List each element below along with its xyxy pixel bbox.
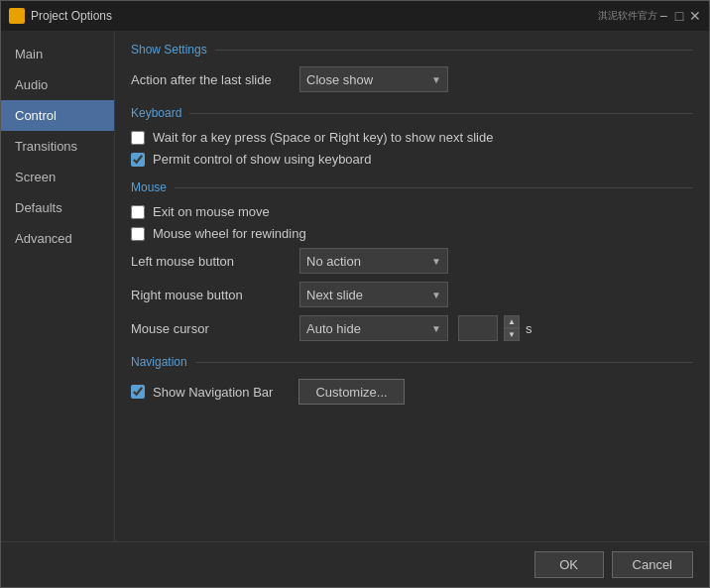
spinbox-up-button[interactable]: ▲ bbox=[504, 315, 520, 328]
navigation-section-title: Navigation bbox=[131, 355, 693, 369]
action-after-last-slide-label: Action after the last slide bbox=[131, 72, 290, 87]
action-after-last-slide-dropdown[interactable]: Close show ▼ bbox=[299, 66, 448, 92]
show-nav-bar-checkbox-row: Show Navigation Bar bbox=[131, 385, 273, 400]
right-mouse-button-row: Right mouse button Next slide ▼ bbox=[131, 282, 693, 307]
mouse-wheel-checkbox[interactable] bbox=[131, 227, 145, 241]
watermark-text: 淇泥软件官方 bbox=[598, 9, 657, 23]
show-nav-bar-row: Show Navigation Bar Customize... bbox=[131, 379, 693, 405]
main-panel: Show Settings Action after the last slid… bbox=[115, 31, 709, 541]
wait-key-press-label: Wait for a key press (Space or Right key… bbox=[153, 130, 493, 145]
wait-key-press-row: Wait for a key press (Space or Right key… bbox=[131, 130, 693, 145]
app-icon bbox=[9, 8, 25, 24]
left-mouse-button-dropdown[interactable]: No action ▼ bbox=[299, 248, 448, 274]
sidebar-item-screen[interactable]: Screen bbox=[1, 162, 114, 192]
dropdown-arrow-icon: ▼ bbox=[431, 74, 441, 85]
sidebar-item-transitions[interactable]: Transitions bbox=[1, 131, 114, 162]
right-mouse-button-label: Right mouse button bbox=[131, 288, 290, 302]
left-mouse-dropdown-arrow-icon: ▼ bbox=[431, 256, 441, 267]
show-nav-bar-checkbox[interactable] bbox=[131, 385, 145, 399]
spinbox-down-button[interactable]: ▼ bbox=[504, 328, 520, 341]
show-settings-section-title: Show Settings bbox=[131, 43, 693, 57]
show-nav-bar-label: Show Navigation Bar bbox=[153, 385, 273, 400]
keyboard-subsection: Wait for a key press (Space or Right key… bbox=[131, 130, 693, 167]
minimize-button[interactable]: − bbox=[657, 10, 669, 22]
footer: OK Cancel bbox=[1, 541, 709, 587]
mouse-cursor-label: Mouse cursor bbox=[131, 321, 290, 336]
cursor-timeout-spinbox-wrapper: 3 ▲ ▼ s bbox=[458, 315, 532, 341]
exit-on-mouse-move-label: Exit on mouse move bbox=[153, 204, 270, 219]
cursor-timeout-input[interactable]: 3 bbox=[458, 315, 498, 341]
sidebar: Main Audio Control Transitions Screen De… bbox=[1, 31, 115, 541]
mouse-cursor-dropdown-arrow-icon: ▼ bbox=[431, 323, 441, 334]
permit-control-label: Permit control of show using keyboard bbox=[153, 152, 371, 167]
right-mouse-dropdown-arrow-icon: ▼ bbox=[431, 290, 441, 300]
permit-control-checkbox[interactable] bbox=[131, 153, 145, 167]
project-options-window: Project Options 淇泥软件官方 − □ ✕ Main Audio … bbox=[0, 0, 710, 588]
right-mouse-button-dropdown[interactable]: Next slide ▼ bbox=[299, 282, 448, 307]
content-area: Main Audio Control Transitions Screen De… bbox=[1, 31, 709, 541]
left-mouse-button-row: Left mouse button No action ▼ bbox=[131, 248, 693, 274]
spinbox-buttons: ▲ ▼ bbox=[504, 315, 520, 341]
ok-button[interactable]: OK bbox=[534, 551, 604, 578]
wait-key-press-checkbox[interactable] bbox=[131, 131, 145, 145]
sidebar-item-audio[interactable]: Audio bbox=[1, 69, 114, 100]
sidebar-item-advanced[interactable]: Advanced bbox=[1, 223, 114, 254]
sidebar-item-main[interactable]: Main bbox=[1, 39, 114, 69]
left-mouse-button-label: Left mouse button bbox=[131, 254, 290, 269]
permit-control-row: Permit control of show using keyboard bbox=[131, 152, 693, 167]
exit-on-mouse-move-row: Exit on mouse move bbox=[131, 204, 693, 219]
show-settings-subsection: Action after the last slide Close show ▼ bbox=[131, 66, 693, 92]
mouse-wheel-row: Mouse wheel for rewinding bbox=[131, 226, 693, 241]
maximize-button[interactable]: □ bbox=[673, 10, 685, 22]
mouse-subsection: Exit on mouse move Mouse wheel for rewin… bbox=[131, 204, 693, 341]
window-controls: − □ ✕ bbox=[657, 10, 701, 22]
exit-on-mouse-move-checkbox[interactable] bbox=[131, 205, 145, 219]
cursor-timeout-unit: s bbox=[526, 321, 532, 336]
mouse-section-title: Mouse bbox=[131, 180, 693, 194]
close-button[interactable]: ✕ bbox=[689, 10, 701, 22]
title-bar: Project Options 淇泥软件官方 − □ ✕ bbox=[1, 1, 709, 31]
keyboard-section-title: Keyboard bbox=[131, 106, 693, 120]
sidebar-item-defaults[interactable]: Defaults bbox=[1, 192, 114, 223]
action-after-last-slide-row: Action after the last slide Close show ▼ bbox=[131, 66, 693, 92]
customize-button[interactable]: Customize... bbox=[298, 379, 404, 405]
mouse-cursor-row: Mouse cursor Auto hide ▼ 3 ▲ ▼ s bbox=[131, 315, 693, 341]
cancel-button[interactable]: Cancel bbox=[612, 551, 693, 578]
mouse-cursor-dropdown[interactable]: Auto hide ▼ bbox=[299, 315, 448, 341]
mouse-wheel-label: Mouse wheel for rewinding bbox=[153, 226, 306, 241]
navigation-subsection: Show Navigation Bar Customize... bbox=[131, 379, 693, 405]
window-title: Project Options bbox=[31, 9, 594, 23]
sidebar-item-control[interactable]: Control bbox=[1, 100, 114, 131]
